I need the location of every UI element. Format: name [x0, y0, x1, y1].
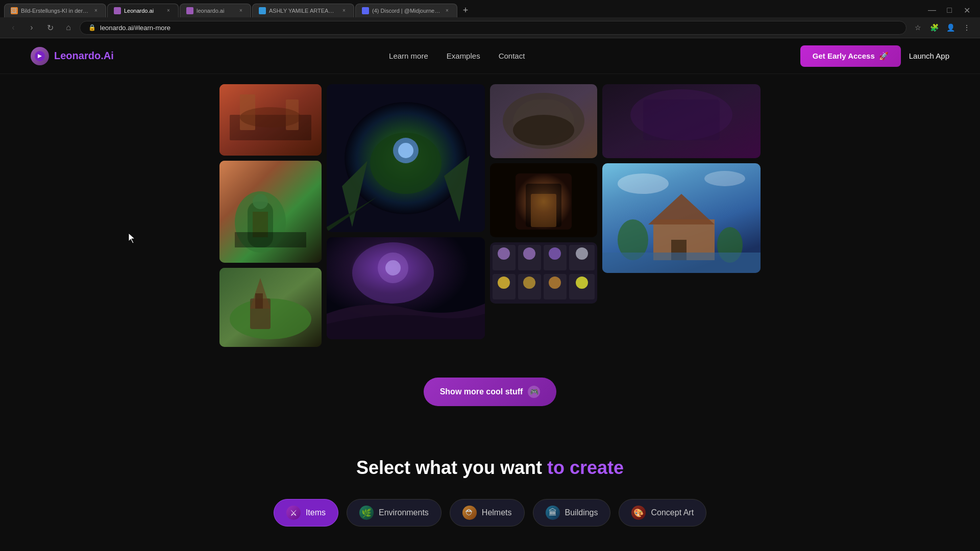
tab-1[interactable]: 🖼 Bild-Erstellungs-KI in der Übers... ×	[4, 4, 106, 17]
svg-point-50	[498, 277, 510, 289]
tab-4-close[interactable]: ×	[340, 7, 348, 14]
logo-text: Leonardo.Ai	[54, 50, 114, 62]
gallery-item-desert[interactable]	[219, 84, 322, 156]
tab-4-favicon	[259, 7, 266, 14]
gallery-item-dark-top[interactable]	[602, 84, 761, 158]
new-tab-button[interactable]: +	[458, 3, 473, 17]
tab-2[interactable]: Leonardo.ai ×	[107, 4, 179, 17]
gallery-item-dungeon[interactable]	[490, 163, 597, 237]
tab-2-title: Leonardo.ai	[124, 8, 162, 14]
category-tab-concept[interactable]: 🎨 Concept Art	[619, 499, 706, 527]
nav-learn-more[interactable]: Learn more	[389, 52, 428, 60]
category-tab-helmets[interactable]: ⛑ Helmets	[450, 499, 525, 527]
maximize-button[interactable]: □	[942, 3, 957, 17]
tab-4[interactable]: ASHLY YAMILE ARTEAGA BLAN... ×	[252, 4, 354, 17]
logo[interactable]: Leonardo.Ai	[31, 47, 114, 65]
nav-contact[interactable]: Contact	[499, 52, 525, 60]
close-window-button[interactable]: ✕	[960, 3, 974, 17]
svg-point-47	[523, 247, 535, 260]
svg-point-53	[576, 277, 588, 289]
gallery-wrapper	[92, 84, 888, 347]
svg-point-59	[704, 171, 745, 186]
gallery-col-4	[602, 84, 761, 347]
svg-point-28	[385, 260, 401, 276]
concept-icon: 🎨	[631, 506, 646, 520]
svg-rect-16	[255, 293, 263, 309]
show-more-button[interactable]: Show more cool stuff 🎮	[424, 378, 557, 406]
category-tab-items[interactable]: ⚔ Items	[274, 499, 338, 527]
category-tab-environments[interactable]: 🌿 Environments	[347, 499, 442, 527]
select-title-main: Select what you want	[356, 457, 542, 478]
tab-5-close[interactable]: ×	[444, 7, 451, 14]
helmets-label: Helmets	[482, 508, 512, 517]
items-label: Items	[306, 508, 326, 517]
show-more-icon: 🎮	[528, 386, 540, 398]
svg-point-49	[576, 247, 588, 260]
toolbar-icons: ☆ 🧩 👤 ⋮	[911, 20, 974, 35]
svg-rect-65	[602, 253, 761, 273]
address-text: leonardo.ai/#learn-more	[100, 24, 170, 32]
tab-5[interactable]: (4) Discord | @Midjourney Bot ×	[355, 4, 457, 17]
launch-app-button[interactable]: Launch App	[909, 52, 949, 60]
page-content: Leonardo.Ai Learn more Examples Contact …	[0, 38, 980, 551]
gallery-item-island[interactable]	[219, 268, 322, 347]
rocket-icon: 🚀	[879, 52, 889, 61]
svg-rect-36	[531, 194, 556, 227]
settings-icon[interactable]: ⋮	[960, 20, 974, 35]
early-access-label: Get Early Access	[813, 52, 875, 60]
buildings-icon: 🏛	[546, 506, 560, 520]
tab-3-favicon	[186, 7, 193, 14]
svg-point-32	[513, 115, 574, 145]
bookmark-icon[interactable]: ☆	[911, 20, 925, 35]
gallery-item-vortex[interactable]	[327, 237, 485, 339]
nav-examples[interactable]: Examples	[447, 52, 480, 60]
logo-icon	[31, 47, 49, 65]
tab-3-close[interactable]: ×	[237, 7, 244, 14]
home-button[interactable]: ⌂	[61, 20, 76, 35]
address-bar[interactable]: 🔒 leonardo.ai/#learn-more	[80, 21, 906, 35]
svg-rect-11	[235, 232, 306, 247]
tab-5-favicon	[362, 7, 369, 14]
tab-2-favicon	[114, 7, 121, 14]
svg-point-48	[549, 247, 561, 260]
tab-3[interactable]: leonardo.ai ×	[180, 4, 251, 17]
tab-3-title: leonardo.ai	[197, 8, 234, 14]
gallery-col-2	[327, 84, 485, 347]
gallery-item-steampunk[interactable]	[219, 161, 322, 263]
svg-rect-56	[643, 99, 720, 140]
logo-main-text: Leonardo	[54, 50, 101, 61]
select-section: Select what you want to create ⚔ Items 🌿…	[0, 437, 980, 551]
gallery-item-cottage[interactable]	[602, 163, 761, 273]
tab-5-title: (4) Discord | @Midjourney Bot	[372, 8, 440, 14]
tab-2-close[interactable]: ×	[165, 7, 172, 14]
gallery-item-characters[interactable]	[490, 242, 597, 304]
logo-accent-text: .Ai	[101, 50, 114, 61]
back-button[interactable]: ‹	[6, 20, 20, 35]
forward-button[interactable]: ›	[24, 20, 39, 35]
select-title-accent: to create	[547, 457, 624, 478]
helmets-icon: ⛑	[462, 506, 477, 520]
gallery-section	[0, 74, 980, 357]
reload-button[interactable]: ↻	[43, 20, 57, 35]
svg-point-21	[398, 143, 413, 158]
gallery-col-3	[490, 84, 597, 347]
svg-point-52	[549, 277, 561, 289]
early-access-button[interactable]: Get Early Access 🚀	[800, 45, 901, 67]
nav-links: Learn more Examples Contact	[389, 52, 525, 60]
profile-icon[interactable]: 👤	[943, 20, 958, 35]
security-lock-icon: 🔒	[88, 24, 96, 31]
show-more-section: Show more cool stuff 🎮	[0, 357, 980, 437]
svg-point-5	[240, 107, 301, 128]
svg-point-51	[523, 277, 535, 289]
gallery-item-rocks-top[interactable]	[490, 84, 597, 158]
gallery-item-cave[interactable]	[327, 84, 485, 232]
extension-icon-1[interactable]: 🧩	[927, 20, 941, 35]
tab-1-close[interactable]: ×	[92, 7, 100, 14]
category-tabs: ⚔ Items 🌿 Environments ⛑ Helmets 🏛 Build…	[0, 499, 980, 527]
concept-label: Concept Art	[651, 508, 694, 517]
environments-icon: 🌿	[359, 506, 374, 520]
show-more-label: Show more cool stuff	[440, 387, 523, 396]
minimize-button[interactable]: —	[925, 3, 939, 17]
category-tab-buildings[interactable]: 🏛 Buildings	[533, 499, 611, 527]
tab-1-favicon: 🖼	[11, 7, 18, 14]
